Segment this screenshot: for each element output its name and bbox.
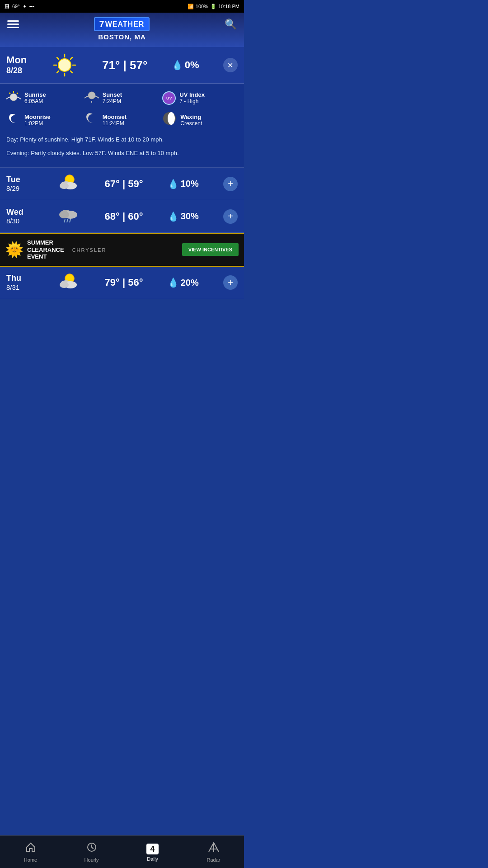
wed-temps: 68° | 60°: [105, 211, 143, 222]
location-label: BOSTON, MA: [98, 33, 146, 41]
tue-expand-button[interactable]: +: [223, 177, 238, 191]
rain-drop-icon: 💧: [172, 60, 183, 71]
uv-badge: UV: [162, 91, 176, 105]
today-precip: 💧 0%: [172, 59, 199, 71]
today-temps: 71° | 57°: [102, 58, 147, 72]
sun-moon-grid: Sunrise 6:05AM Sunset 7:24PM: [6, 89, 238, 129]
weather-description: Day: Plenty of sunshine. High 71F. Winds…: [6, 135, 238, 157]
thu-day: Thu: [6, 274, 31, 283]
forecast-row-tue: Tue 8/29 67° | 59° 💧 10% +: [0, 168, 244, 200]
today-day: Mon: [6, 54, 27, 66]
ad-text-block: SUMMERCLEARANCEEVENT: [27, 239, 64, 260]
svg-point-23: [59, 211, 69, 218]
menu-button[interactable]: [7, 20, 19, 28]
wed-weather-icon: [56, 206, 80, 227]
sunrise-time: 6:05AM: [24, 98, 46, 104]
moonset-time: 11:24PM: [103, 120, 127, 127]
thu-high: 79°: [105, 277, 120, 288]
moonrise-label: Moonrise: [24, 113, 51, 121]
battery-text: 100%: [196, 4, 208, 9]
moon-phase-item: Waxing Crescent: [162, 111, 238, 129]
svg-line-24: [64, 219, 65, 222]
svg-line-25: [67, 219, 68, 222]
today-date: Mon 8/28: [6, 54, 27, 76]
sunset-label: Sunset: [103, 91, 122, 99]
wed-high: 68°: [105, 211, 120, 222]
dropbox-icon: ✦: [23, 4, 27, 9]
moonset-icon: [84, 111, 99, 129]
status-right: 📶 100% 🔋 10:18 PM: [188, 4, 239, 9]
moonset-item: Moonset 11:24PM: [84, 111, 160, 129]
thu-low: 56°: [128, 277, 143, 288]
moonrise-time: 1:02PM: [24, 120, 51, 127]
evening-description: Evening: Partly cloudy skies. Low 57F. W…: [6, 149, 238, 158]
wed-drop-icon: 💧: [168, 211, 179, 222]
thu-weather-icon: [56, 272, 80, 293]
svg-point-16: [168, 112, 175, 125]
svg-line-7: [70, 57, 72, 59]
tue-drop-icon: 💧: [168, 179, 179, 189]
moon-phase-icon: [162, 111, 177, 129]
uv-value: 7 - High: [179, 98, 205, 104]
wed-precip: 💧 30%: [168, 211, 199, 222]
status-left: 🖼 69° ✦ •••: [5, 4, 34, 9]
app-logo: 7 WEATHER: [94, 17, 150, 31]
sunset-time: 7:24PM: [103, 98, 122, 104]
search-button[interactable]: 🔍: [225, 19, 237, 30]
svg-point-20: [60, 183, 69, 189]
wed-date: 8/30: [6, 217, 31, 225]
tue-weather-icon: [56, 173, 80, 194]
sunset-icon: [84, 89, 99, 107]
svg-line-5: [57, 57, 59, 59]
ad-brand-label: CHRYSLER: [72, 247, 107, 253]
tue-date: 8/29: [6, 184, 31, 193]
tue-precip: 💧 10%: [168, 179, 199, 189]
forecast-row-thu: Thu 8/31 79° | 56° 💧 20% +: [0, 267, 244, 299]
close-today-button[interactable]: ✕: [223, 58, 238, 72]
forecast-date-thu: Thu 8/31: [6, 274, 31, 292]
wed-precip-pct: 30%: [181, 211, 199, 222]
moonset-label: Moonset: [103, 113, 127, 121]
tue-low: 59°: [128, 178, 143, 189]
thu-temps: 79° | 56°: [105, 277, 143, 288]
moon-phase-label: Waxing: [180, 113, 202, 121]
ad-title: SUMMERCLEARANCEEVENT: [27, 239, 64, 260]
forecast-date-tue: Tue 8/29: [6, 175, 31, 193]
sunrise-item: Sunrise 6:05AM: [6, 89, 82, 107]
battery-icon: 🔋: [210, 4, 216, 9]
uv-item: UV UV Index 7 - High: [162, 89, 238, 107]
svg-point-30: [60, 282, 69, 288]
more-icon: •••: [29, 4, 35, 9]
tue-temps: 67° | 59°: [105, 178, 143, 190]
svg-line-12: [17, 93, 18, 94]
ad-banner: 🌞 SUMMERCLEARANCEEVENT CHRYSLER VIEW INC…: [0, 233, 244, 267]
logo-label: WEATHER: [105, 20, 145, 28]
day-description: Day: Plenty of sunshine. High 71F. Winds…: [6, 135, 238, 144]
forecast-date-wed: Wed 8/30: [6, 208, 31, 226]
wed-low: 60°: [128, 211, 143, 222]
wifi-icon: 📶: [188, 4, 194, 9]
thu-date: 8/31: [6, 283, 31, 292]
thu-expand-button[interactable]: +: [223, 275, 238, 290]
time-display: 10:18 PM: [218, 4, 239, 9]
precip-percent: 0%: [185, 59, 199, 71]
thu-precip: 💧 20%: [168, 277, 199, 288]
app-header: 7 WEATHER 🔍 BOSTON, MA: [0, 13, 244, 47]
sunset-item: Sunset 7:24PM: [84, 89, 160, 107]
sun-icon: [51, 52, 78, 79]
moon-phase-value: Crescent: [180, 120, 202, 127]
temps-separator: |: [123, 58, 130, 72]
svg-point-9: [10, 94, 17, 101]
forecast-row-wed: Wed 8/30 68° | 60° 💧 30% +: [0, 200, 244, 233]
today-summary-row: Mon 8/28 71° | 57° 💧 0% ✕: [0, 47, 244, 84]
wed-expand-button[interactable]: +: [223, 209, 238, 224]
svg-line-6: [70, 71, 72, 73]
temp-status: 69°: [12, 4, 20, 9]
svg-line-26: [70, 219, 70, 222]
svg-point-0: [58, 59, 71, 71]
today-date-num: 8/28: [6, 66, 27, 76]
ad-left: 🌞 SUMMERCLEARANCEEVENT CHRYSLER: [5, 239, 106, 260]
thu-precip-pct: 20%: [181, 278, 199, 288]
ad-cta-button[interactable]: VIEW INCENTIVES: [182, 243, 239, 256]
svg-line-8: [57, 71, 59, 73]
